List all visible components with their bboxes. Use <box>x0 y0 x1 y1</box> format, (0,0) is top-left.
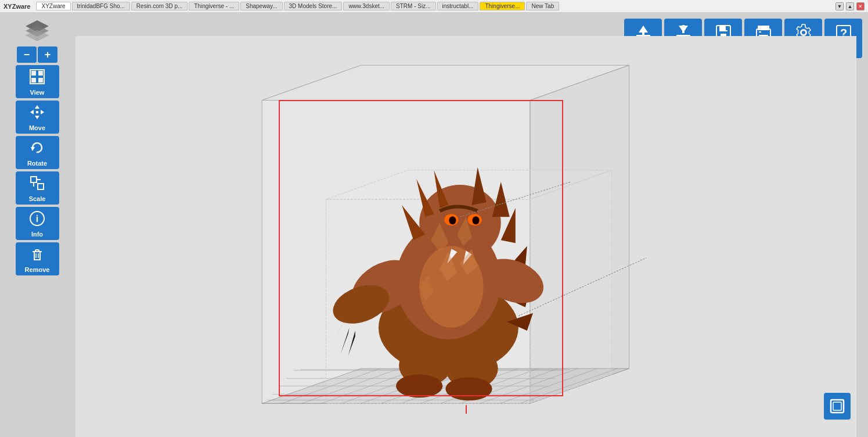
xyz-logo-icon <box>23 19 51 41</box>
view-button[interactable]: View <box>16 65 59 98</box>
view-label: View <box>30 89 45 96</box>
scale-icon <box>29 175 45 194</box>
browser-tabs: XYZware trinidadBFG Sho... Resin.com 3D … <box>36 2 835 10</box>
info-icon: i <box>29 210 45 229</box>
svg-rect-15 <box>34 252 40 260</box>
tab-8[interactable]: STRM - Siz... <box>391 2 435 10</box>
left-toolbar: − + View <box>6 19 69 275</box>
svg-marker-5 <box>30 110 34 114</box>
tab-9[interactable]: instructabl... <box>437 2 479 10</box>
remove-label: Remove <box>25 266 50 273</box>
viewport[interactable] <box>75 36 856 425</box>
scale-button[interactable]: Scale <box>16 171 59 205</box>
svg-rect-31 <box>726 26 727 30</box>
tab-3[interactable]: Resin.com 3D p... <box>131 2 188 10</box>
info-button[interactable]: i Info <box>16 207 59 240</box>
main-area: − + View <box>0 13 868 437</box>
tab-4[interactable]: Thingiverse - ... <box>189 2 239 10</box>
rotate-button[interactable]: Rotate <box>16 136 59 169</box>
tab-10[interactable]: Thingiverse... <box>480 2 525 10</box>
svg-rect-27 <box>682 25 685 33</box>
svg-point-95 <box>473 216 480 224</box>
svg-point-90 <box>445 377 492 400</box>
scale-label: Scale <box>29 195 46 202</box>
tab-5[interactable]: Shapeway... <box>240 2 282 10</box>
3d-scene-svg <box>75 36 856 437</box>
svg-text:i: i <box>36 214 38 224</box>
svg-rect-35 <box>759 31 761 33</box>
rotate-icon <box>29 139 45 158</box>
move-button[interactable]: Move <box>16 101 59 134</box>
close-button[interactable]: ✕ <box>856 2 865 10</box>
tab-6[interactable]: 3D Models Store... <box>284 2 343 10</box>
screen-icon <box>829 398 845 414</box>
window-controls: ▼ ▲ ✕ <box>835 2 865 10</box>
remove-button[interactable]: Remove <box>16 242 59 275</box>
zoom-in-button[interactable]: + <box>38 46 57 63</box>
svg-marker-3 <box>35 105 39 109</box>
logo <box>23 19 52 42</box>
app-title: XYZware <box>3 3 30 10</box>
zoom-out-button[interactable]: − <box>17 46 37 63</box>
trash-icon <box>29 246 45 264</box>
svg-rect-106 <box>833 402 841 410</box>
selection-bottom-tick <box>466 405 467 414</box>
tab-7[interactable]: www.3dsket... <box>343 2 390 10</box>
svg-marker-4 <box>35 116 39 119</box>
view-icon <box>29 69 45 87</box>
move-label: Move <box>29 124 45 131</box>
minimize-button[interactable]: ▼ <box>835 2 844 10</box>
svg-point-89 <box>396 374 442 397</box>
svg-rect-10 <box>38 184 44 189</box>
tab-2[interactable]: trinidadBFG Sho... <box>72 2 130 10</box>
fullscreen-button[interactable] <box>824 393 851 420</box>
svg-marker-8 <box>31 147 35 151</box>
zoom-controls: − + <box>17 46 57 63</box>
svg-rect-7 <box>36 111 38 113</box>
titlebar: XYZware XYZware trinidadBFG Sho... Resin… <box>0 0 868 13</box>
maximize-button[interactable]: ▲ <box>846 2 854 10</box>
rotate-label: Rotate <box>27 160 47 167</box>
tab-xyzware[interactable]: XYZware <box>36 2 70 10</box>
svg-point-94 <box>449 216 456 224</box>
move-icon <box>29 104 45 123</box>
svg-rect-9 <box>31 177 37 182</box>
tab-newtab[interactable]: New Tab <box>526 2 559 10</box>
info-label: Info <box>31 231 43 238</box>
svg-rect-24 <box>642 32 644 36</box>
svg-marker-23 <box>639 26 648 33</box>
svg-marker-6 <box>41 110 44 114</box>
